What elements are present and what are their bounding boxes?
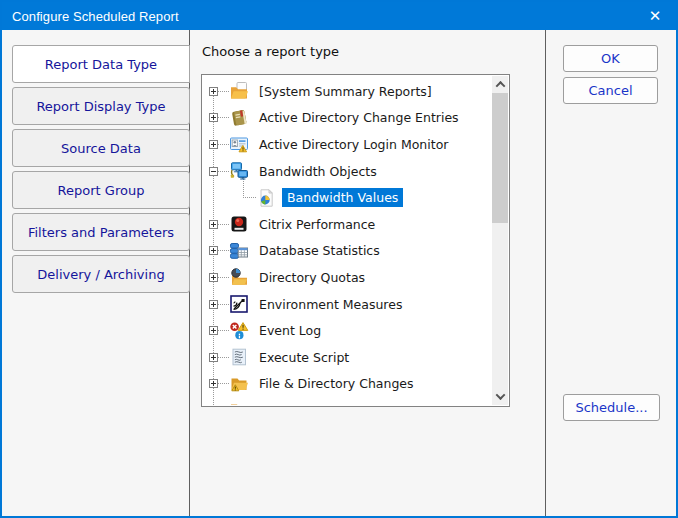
tree-item-file-directory-changes[interactable]: File & Directory Changes [203, 371, 492, 398]
expand-plus-icon[interactable] [209, 300, 218, 309]
tree-item-ad-login-monitor[interactable]: Active Directory Login Monitor [203, 131, 492, 158]
expand-plus-icon[interactable] [209, 113, 218, 122]
expand-plus-icon[interactable] [209, 220, 218, 229]
folder-warning-icon [229, 374, 249, 394]
tree-item-system-summary-reports[interactable]: [System Summary Reports] [203, 78, 492, 105]
dialog-client-area: Report Data Type Report Display Type Sou… [2, 30, 676, 516]
collapse-minus-icon[interactable] [209, 167, 218, 176]
window-title: Configure Scheduled Report [2, 9, 179, 24]
radar-icon [229, 294, 249, 314]
event-log-icon [229, 321, 249, 341]
tree-item-directory-quotas[interactable]: Directory Quotas [203, 264, 492, 291]
expand-plus-icon[interactable] [209, 379, 218, 388]
database-table-icon [229, 241, 249, 261]
folder-pie-icon [229, 267, 249, 287]
network-monitors-icon [229, 161, 249, 181]
cancel-button[interactable]: Cancel [563, 77, 658, 104]
tree-item-bandwidth-values[interactable]: Bandwidth Values [203, 184, 492, 211]
tree-item-label: Execute Script [256, 348, 352, 367]
report-type-tree: [System Summary Reports] Active Director… [201, 74, 510, 407]
pie-chart-document-icon [256, 188, 276, 208]
close-icon[interactable]: ✕ [640, 2, 670, 30]
expand-plus-icon[interactable] [209, 246, 218, 255]
tab-filters-and-parameters[interactable]: Filters and Parameters [12, 213, 190, 251]
tree-item-label: Citrix Performance [256, 215, 378, 234]
chevron-down-icon[interactable] [492, 388, 508, 405]
tree-item-execute-script[interactable]: Execute Script [203, 344, 492, 371]
tree-item-label: Bandwidth Objects [256, 162, 380, 181]
tree-item-label: Active Directory Login Monitor [256, 135, 451, 154]
tree-item-bandwidth-objects[interactable]: Bandwidth Objects [203, 158, 492, 185]
chevron-up-icon[interactable] [492, 76, 508, 93]
citrix-icon [229, 214, 249, 234]
tree-item-citrix-performance[interactable]: Citrix Performance [203, 211, 492, 238]
login-id-card-icon [229, 134, 249, 154]
tree-item-label: Directory Quotas [256, 268, 368, 287]
tab-source-data[interactable]: Source Data [12, 129, 190, 167]
tree-item-database-statistics[interactable]: Database Statistics [203, 238, 492, 265]
expand-plus-icon[interactable] [209, 353, 218, 362]
titlebar: Configure Scheduled Report ✕ [2, 2, 676, 30]
schedule-button[interactable]: Schedule... [563, 394, 660, 421]
right-divider [545, 30, 546, 516]
tree-item-ad-change-entries[interactable]: Active Directory Change Entries [203, 105, 492, 132]
tab-report-display-type[interactable]: Report Display Type [12, 87, 190, 125]
tree-item-event-log[interactable]: Event Log [203, 317, 492, 344]
expand-plus-icon[interactable] [209, 326, 218, 335]
tree-item-label: File & Directory Changes [256, 374, 417, 393]
tree-rows: [System Summary Reports] Active Director… [203, 76, 492, 405]
tree-item-label: Bandwidth Values [282, 188, 403, 207]
summary-reports-folder-icon [229, 81, 249, 101]
tab-delivery-archiving[interactable]: Delivery / Archiving [12, 255, 190, 293]
folder-size-icon [229, 400, 249, 405]
expand-plus-icon[interactable] [209, 140, 218, 149]
tree-item-label: File/Directory Size [256, 401, 374, 405]
configure-scheduled-report-dialog: Configure Scheduled Report ✕ Report Data… [0, 0, 678, 518]
tab-report-group[interactable]: Report Group [12, 171, 190, 209]
tree-item-label: [System Summary Reports] [256, 82, 435, 101]
tree-item-environment-measures[interactable]: Environment Measures [203, 291, 492, 318]
tree-caption: Choose a report type [202, 44, 339, 59]
tab-report-data-type[interactable]: Report Data Type [12, 45, 190, 83]
tree-item-file-directory-size[interactable]: File/Directory Size [203, 397, 492, 405]
address-book-icon [229, 108, 249, 128]
tree-item-label: Event Log [256, 321, 324, 340]
tree-item-label: Environment Measures [256, 295, 405, 314]
tree-scrollbar[interactable] [492, 76, 508, 405]
tree-item-label: Active Directory Change Entries [256, 108, 462, 127]
scrollbar-thumb[interactable] [492, 93, 508, 223]
tree-item-label: Database Statistics [256, 241, 383, 260]
ok-button[interactable]: OK [563, 45, 658, 72]
expand-plus-icon[interactable] [209, 87, 218, 96]
expand-plus-icon[interactable] [209, 273, 218, 282]
script-icon [229, 347, 249, 367]
